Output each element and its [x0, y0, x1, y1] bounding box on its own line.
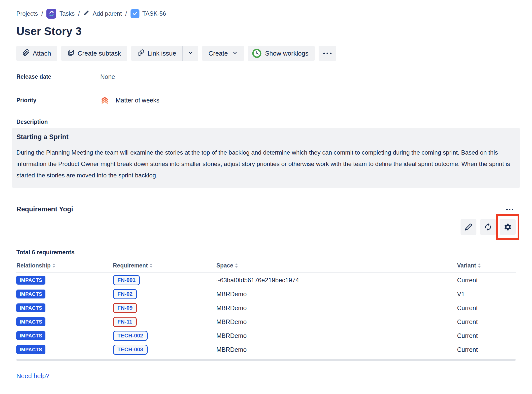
refresh-requirements-button[interactable] [480, 219, 496, 235]
column-header-space[interactable]: Space [216, 262, 457, 269]
breadcrumb-separator: / [125, 10, 127, 17]
requirements-table: Relationship Requirement Space Variant I… [16, 262, 516, 361]
requirement-link[interactable]: FN-02 [113, 289, 137, 299]
table-scrollbar[interactable] [16, 359, 516, 361]
space-cell: ~63baf0fd56176e219bec1974 [216, 277, 457, 284]
sort-icon [150, 263, 153, 268]
table-row: IMPACTS FN-11 MBRDemo Current [16, 315, 516, 329]
settings-highlight-box [500, 219, 516, 235]
variant-cell: Current [457, 332, 516, 339]
link-issue-button[interactable]: Link issue [131, 46, 183, 61]
table-row: IMPACTS FN-02 MBRDemo V1 [16, 287, 516, 301]
space-cell: MBRDemo [216, 332, 457, 339]
column-header-relationship[interactable]: Relationship [16, 262, 113, 269]
requirement-yogi-more-button[interactable] [505, 207, 514, 212]
ellipsis-icon [506, 209, 508, 210]
create-subtask-button[interactable]: Create subtask [61, 46, 127, 61]
sort-icon [52, 263, 55, 268]
breadcrumb-projects[interactable]: Projects [16, 10, 38, 17]
chevron-down-icon [232, 50, 238, 57]
space-cell: MBRDemo [216, 291, 457, 298]
table-row: IMPACTS TECH-002 MBRDemo Current [16, 329, 516, 343]
release-date-value[interactable]: None [100, 73, 115, 80]
requirement-yogi-title: Requirement Yogi [16, 205, 73, 213]
table-row: IMPACTS TECH-003 MBRDemo Current [16, 343, 516, 357]
space-cell: MBRDemo [216, 318, 457, 326]
requirement-yogi-actions [16, 219, 516, 235]
edit-requirements-button[interactable] [461, 219, 476, 235]
pencil-icon [83, 10, 90, 18]
priority-field: Priority Matter of weeks [16, 96, 516, 105]
column-header-requirement[interactable]: Requirement [113, 262, 216, 269]
requirements-table-header: Relationship Requirement Space Variant [16, 262, 516, 273]
release-date-label: Release date [16, 73, 100, 80]
space-cell: MBRDemo [216, 304, 457, 312]
description-body: During the Planning Meeting the team wil… [16, 147, 511, 181]
variant-cell: Current [457, 346, 516, 353]
need-help-link[interactable]: Need help? [16, 372, 49, 380]
requirement-link[interactable]: FN-11 [113, 317, 137, 327]
relationship-badge[interactable]: IMPACTS [16, 276, 45, 285]
issue-toolbar: Attach Create subtask Link [16, 46, 516, 61]
variant-cell: Current [457, 304, 516, 312]
toolbar-more-button[interactable] [319, 46, 336, 61]
settings-button[interactable] [500, 219, 516, 235]
variant-cell: Current [457, 318, 516, 326]
sort-icon [235, 263, 238, 268]
show-worklogs-button[interactable]: Show worklogs [248, 46, 315, 61]
create-subtask-button-label: Create subtask [78, 50, 121, 57]
breadcrumb-separator: / [41, 10, 43, 17]
priority-value[interactable]: Matter of weeks [100, 96, 159, 105]
attach-button-label: Attach [33, 50, 51, 57]
clock-icon [252, 48, 262, 58]
requirement-link[interactable]: FN-001 [113, 275, 140, 285]
relationship-badge[interactable]: IMPACTS [16, 331, 45, 340]
priority-value-label: Matter of weeks [116, 97, 159, 104]
page-title: User Story 3 [16, 25, 516, 38]
sort-icon [478, 263, 481, 268]
subtask-icon [67, 49, 74, 58]
issue-page: Projects / Tasks / Add parent / [0, 0, 532, 380]
description-label: Description [16, 119, 516, 125]
requirement-link[interactable]: FN-09 [113, 303, 137, 313]
variant-cell: Current [457, 277, 516, 284]
variant-cell: V1 [457, 291, 516, 298]
requirement-link[interactable]: TECH-003 [113, 345, 148, 355]
relationship-badge[interactable]: IMPACTS [16, 317, 45, 326]
relationship-badge[interactable]: IMPACTS [16, 290, 45, 298]
breadcrumb-issue-key-label: TASK-56 [142, 10, 166, 17]
breadcrumb-issue-key[interactable]: TASK-56 [131, 9, 166, 18]
create-button[interactable]: Create [202, 46, 244, 61]
link-icon [137, 49, 144, 58]
space-cell: MBRDemo [216, 346, 457, 353]
refresh-icon [484, 223, 492, 231]
show-worklogs-button-label: Show worklogs [265, 50, 308, 57]
link-issue-dropdown-button[interactable] [183, 46, 198, 61]
chevron-down-icon [188, 50, 193, 57]
project-sync-icon [46, 9, 56, 19]
attach-button[interactable]: Attach [16, 46, 57, 61]
breadcrumb-separator: / [78, 10, 80, 17]
table-row: IMPACTS FN-09 MBRDemo Current [16, 301, 516, 315]
breadcrumb-tasks[interactable]: Tasks [46, 9, 74, 19]
ellipsis-icon [323, 53, 325, 54]
requirements-table-body: IMPACTS FN-001 ~63baf0fd56176e219bec1974… [16, 273, 516, 357]
issue-fields: Release date None Priority Matter of wee… [16, 72, 516, 105]
table-row: IMPACTS FN-001 ~63baf0fd56176e219bec1974… [16, 273, 516, 287]
gear-icon [503, 223, 512, 231]
create-button-label: Create [208, 50, 228, 57]
pencil-icon [465, 223, 472, 231]
breadcrumb: Projects / Tasks / Add parent / [16, 8, 516, 19]
description-box: Starting a Sprint During the Planning Me… [12, 128, 520, 188]
breadcrumb-add-parent[interactable]: Add parent [83, 10, 122, 18]
relationship-badge[interactable]: IMPACTS [16, 303, 45, 312]
priority-label: Priority [16, 97, 100, 104]
task-check-icon [131, 9, 139, 18]
column-header-variant[interactable]: Variant [457, 262, 516, 269]
link-issue-button-label: Link issue [148, 50, 176, 57]
breadcrumb-tasks-label: Tasks [59, 10, 74, 17]
relationship-badge[interactable]: IMPACTS [16, 345, 45, 354]
requirement-link[interactable]: TECH-002 [113, 331, 148, 341]
description-heading: Starting a Sprint [16, 133, 511, 141]
requirements-total: Total 6 requirements [16, 249, 516, 256]
